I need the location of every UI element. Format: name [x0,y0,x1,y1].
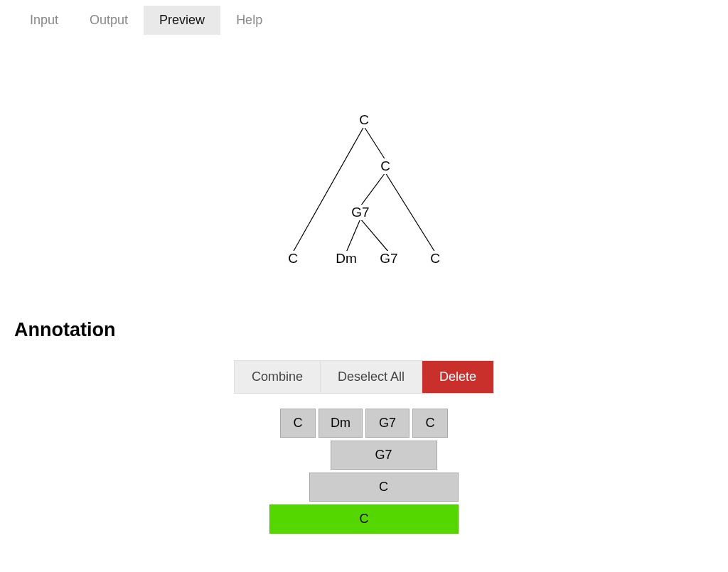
tree-node-leafC2: C [429,251,441,266]
tab-help[interactable]: Help [220,6,278,35]
svg-line-3 [385,173,435,252]
svg-line-1 [364,126,385,160]
chord-rows: CDmG7CG7CC [115,409,613,534]
tab-bar: Input Output Preview Help [0,0,728,35]
chord-row: C [269,504,459,534]
tree-node-leafG7: G7 [378,251,399,266]
tree-node-leafC1: C [287,251,299,266]
chord-box[interactable]: C [309,473,459,502]
annotation-button-group: Combine Deselect All Delete [235,361,493,393]
tree-edges [236,106,492,291]
chord-box[interactable]: C [269,504,459,534]
chord-box[interactable]: C [412,409,448,438]
chord-box[interactable]: C [280,409,316,438]
chord-row: C [309,473,459,502]
svg-line-0 [293,126,364,252]
svg-line-5 [360,219,389,252]
tree-node-root: C [358,112,370,128]
chord-row: G7 [331,441,437,470]
tree-node-g7: G7 [350,205,370,220]
chord-row: CDmG7C [280,409,448,438]
chord-box[interactable]: G7 [331,441,437,470]
chord-box[interactable]: Dm [318,409,363,438]
chord-box[interactable]: G7 [365,409,410,438]
tab-output[interactable]: Output [74,6,144,35]
tree-node-r1: C [379,158,392,174]
deselect-all-button[interactable]: Deselect All [321,361,422,393]
annotation-heading: Annotation [14,319,728,341]
svg-line-4 [346,219,360,252]
tab-preview[interactable]: Preview [144,6,220,35]
svg-line-2 [360,173,385,206]
delete-button[interactable]: Delete [422,361,493,393]
tab-input[interactable]: Input [14,6,74,35]
chord-tree: CCG7CDmG7C [236,106,492,291]
annotation-panel: Combine Deselect All Delete CDmG7CG7CC [115,361,613,534]
tree-node-leafDm: Dm [334,251,358,266]
combine-button[interactable]: Combine [235,361,321,393]
